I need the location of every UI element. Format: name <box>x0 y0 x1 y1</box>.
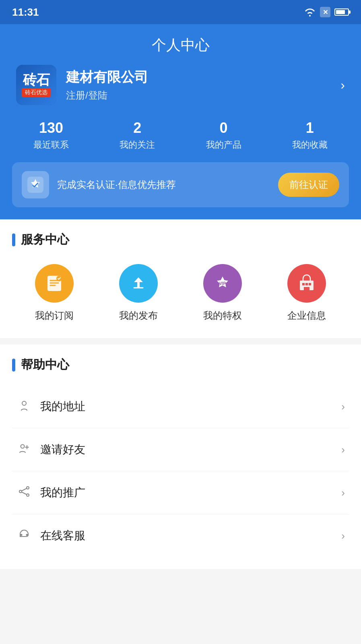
svg-rect-10 <box>304 287 309 290</box>
help-item-promote[interactable]: 我的推广 › <box>12 471 349 514</box>
service-label-subscription: 我的订阅 <box>35 309 74 322</box>
service-label-publish: 我的发布 <box>119 309 158 322</box>
page-title-bar: 个人中心 <box>0 24 361 65</box>
service-arrow: › <box>341 530 345 542</box>
address-label: 我的地址 <box>40 399 341 414</box>
promote-icon <box>16 485 32 500</box>
battery-icon <box>334 8 349 16</box>
stat-number-2: 0 <box>181 120 267 136</box>
notification-icon: ✕ <box>320 7 330 17</box>
user-info: 建材有限公司 注册/登陆 <box>66 68 340 102</box>
svg-point-15 <box>27 494 29 496</box>
stats-row: 130 最近联系 2 我的关注 0 我的产品 1 我的收藏 <box>0 120 361 151</box>
service-label-vip: 我的特权 <box>203 309 242 322</box>
promote-label: 我的推广 <box>40 485 341 500</box>
svg-text:VIP: VIP <box>219 281 226 286</box>
promote-arrow: › <box>341 487 345 499</box>
section-title-bar-help <box>12 359 15 372</box>
stat-label-3: 我的收藏 <box>292 140 328 150</box>
wifi-icon <box>304 8 316 17</box>
address-arrow: › <box>341 400 345 413</box>
user-logo: 砖石 砖石优选 <box>16 65 56 105</box>
status-icons: ✕ <box>304 7 349 17</box>
service-center-label: 服务中心 <box>21 231 69 248</box>
stat-number-0: 130 <box>8 120 94 136</box>
user-profile[interactable]: 砖石 砖石优选 建材有限公司 注册/登陆 › <box>0 65 361 105</box>
subscription-icon-wrap <box>35 264 74 303</box>
stat-label-1: 我的关注 <box>120 140 155 150</box>
logo-top-text: 砖石 <box>23 73 50 87</box>
section-title-bar-service <box>12 233 15 246</box>
stat-number-3: 1 <box>267 120 353 136</box>
header-area: 个人中心 砖石 砖石优选 建材有限公司 注册/登陆 › 130 最近联系 2 我… <box>0 24 361 219</box>
cert-icon-wrap <box>22 171 49 198</box>
invite-arrow: › <box>341 444 345 456</box>
cert-banner: 完成实名认证·信息优先推荐 前往认证 <box>12 162 349 207</box>
help-item-address[interactable]: 我的地址 › <box>12 385 349 428</box>
stat-my-follows[interactable]: 2 我的关注 <box>94 120 180 151</box>
svg-rect-9 <box>309 283 311 285</box>
stat-label-0: 最近联系 <box>33 140 69 150</box>
company-name: 建材有限公司 <box>66 68 340 87</box>
invite-icon <box>16 442 32 457</box>
service-label-enterprise: 企业信息 <box>287 309 326 322</box>
service-grid: 我的订阅 我的发布 VIP <box>12 260 349 326</box>
svg-point-16 <box>21 534 23 536</box>
cert-button[interactable]: 前往认证 <box>278 173 339 197</box>
help-center-label: 帮助中心 <box>21 357 69 373</box>
service-center-section: 服务中心 我的订阅 <box>0 219 361 338</box>
cert-text: 完成实名认证·信息优先推荐 <box>57 178 278 191</box>
status-time: 11:31 <box>12 6 39 19</box>
service-center-title: 服务中心 <box>12 231 349 248</box>
svg-point-14 <box>27 487 29 489</box>
service-item-enterprise[interactable]: 企业信息 <box>287 264 326 322</box>
vip-icon: VIP <box>212 273 233 293</box>
svg-rect-7 <box>302 283 305 285</box>
publish-icon <box>128 273 149 293</box>
address-icon <box>16 399 32 414</box>
enterprise-icon <box>297 273 317 293</box>
svg-rect-8 <box>305 283 308 285</box>
subscription-icon <box>44 273 64 293</box>
service-label: 在线客服 <box>40 528 341 543</box>
service-item-vip[interactable]: VIP 我的特权 <box>203 264 242 322</box>
service-item-publish[interactable]: 我的发布 <box>119 264 158 322</box>
service-item-subscription[interactable]: 我的订阅 <box>35 264 74 322</box>
help-center-title: 帮助中心 <box>12 357 349 373</box>
help-center-section: 帮助中心 我的地址 › 邀请好友 › <box>0 345 361 569</box>
stat-my-products[interactable]: 0 我的产品 <box>181 120 267 151</box>
stat-recent-contacts[interactable]: 130 最近联系 <box>8 120 94 151</box>
svg-text:✕: ✕ <box>323 9 328 16</box>
profile-arrow[interactable]: › <box>340 78 345 93</box>
help-item-service[interactable]: 在线客服 › <box>12 514 349 557</box>
invite-label: 邀请好友 <box>40 442 341 457</box>
stat-my-favorites[interactable]: 1 我的收藏 <box>267 120 353 151</box>
cert-badge-icon <box>27 177 43 193</box>
content-area: 服务中心 我的订阅 <box>0 219 361 569</box>
svg-point-17 <box>26 534 28 536</box>
user-subtitle: 注册/登陆 <box>66 89 340 102</box>
svg-point-13 <box>19 490 22 493</box>
stat-number-1: 2 <box>94 120 180 136</box>
svg-point-12 <box>21 444 25 448</box>
logo-bottom-text: 砖石优选 <box>22 88 51 97</box>
vip-icon-wrap: VIP <box>203 264 242 303</box>
page-title: 个人中心 <box>0 35 361 55</box>
publish-icon-wrap <box>119 264 158 303</box>
service-icon <box>16 528 32 543</box>
status-bar: 11:31 ✕ <box>0 0 361 24</box>
help-item-invite[interactable]: 邀请好友 › <box>12 428 349 471</box>
stat-label-2: 我的产品 <box>206 140 241 150</box>
svg-point-11 <box>22 401 26 405</box>
enterprise-icon-wrap <box>287 264 326 303</box>
